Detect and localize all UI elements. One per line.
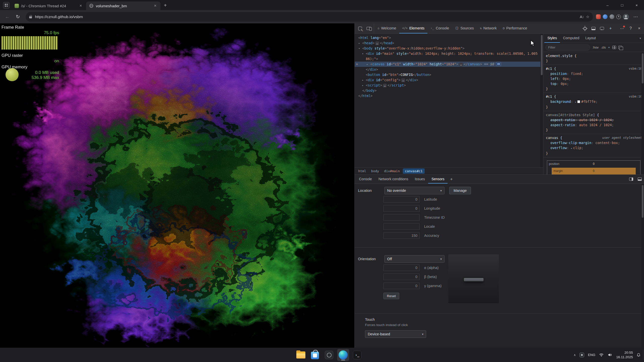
- css-property[interactable]: background: ▸#fbf7fe;: [546, 99, 642, 105]
- styles-tab-styles[interactable]: Styles: [544, 34, 560, 43]
- dom-tree-row[interactable]: 86);">: [355, 56, 543, 62]
- css-property[interactable]: aspect-ratio: auto 1024 / 1024;: [546, 117, 642, 122]
- toggle-class-button[interactable]: .cls: [601, 46, 606, 49]
- drawer-tab-sensors[interactable]: Sensors: [428, 175, 448, 184]
- minimize-button[interactable]: –: [600, 0, 615, 10]
- style-rule[interactable]: vsbm:10#c1 {background: ▸#fbf7fe;}: [543, 93, 644, 111]
- drawer-expand-icon[interactable]: [635, 175, 644, 184]
- css-property[interactable]: overflow: ▸clip;: [546, 145, 642, 151]
- location-select[interactable]: No override ▾: [384, 187, 445, 194]
- workspace-icon[interactable]: [3, 2, 10, 9]
- tab-close-icon[interactable]: ×: [152, 3, 158, 9]
- css-property[interactable]: left: 0px;: [546, 76, 642, 81]
- location-field-input[interactable]: 0: [383, 205, 420, 212]
- tray-app-icon[interactable]: [580, 353, 584, 357]
- address-bar[interactable]: https://cznull.github.io/vsbm A) ☆: [26, 12, 593, 22]
- dom-tree-row[interactable]: <button id="btn">CONFIG</button>: [355, 72, 543, 77]
- breadcrumb-item[interactable]: canvas#c1: [403, 168, 424, 174]
- color-swatch[interactable]: [577, 100, 580, 103]
- styles-filter-input[interactable]: Filter: [545, 44, 590, 51]
- orientation-field-input[interactable]: 0: [383, 283, 420, 289]
- favorites-star-icon[interactable]: ☆: [586, 15, 589, 19]
- manage-button[interactable]: Manage: [449, 187, 471, 194]
- taskbar-start-icon[interactable]: [281, 349, 293, 361]
- orientation-field-input[interactable]: 0: [383, 274, 420, 280]
- drawer-dock-icon[interactable]: [627, 175, 635, 184]
- drawer-tab-console[interactable]: Console: [356, 175, 375, 184]
- devtools-tab-elements[interactable]: </>Elements: [399, 23, 427, 33]
- back-button[interactable]: ←: [3, 12, 12, 22]
- dom-tree-row[interactable]: ▸<div id="config">…</div>: [355, 77, 543, 83]
- clock[interactable]: 20:55 16.11.2025: [616, 350, 633, 359]
- devtools-tab-sources[interactable]: {}Sources: [452, 23, 477, 33]
- style-rule[interactable]: vsbm:18#c1 {position: fixed;left: 0px;to…: [543, 65, 644, 93]
- style-rule-origin[interactable]: vsbm:10: [629, 94, 642, 99]
- tab-close-icon[interactable]: ×: [78, 3, 84, 9]
- style-rule[interactable]: canvas[Attributes Style] {aspect-ratio: …: [543, 111, 644, 134]
- css-property[interactable]: overflow-clip-margin: content-box;: [546, 140, 642, 145]
- adorner-badge-icon[interactable]: [496, 62, 501, 66]
- dom-scrollbar[interactable]: [540, 34, 543, 167]
- browser-menu-icon[interactable]: ⋯: [631, 12, 640, 22]
- profile-avatar[interactable]: [623, 14, 629, 20]
- expand-arrow-icon[interactable]: ▸: [362, 77, 364, 83]
- dom-tree-row[interactable]: ▸<script>…</script>: [355, 83, 543, 88]
- styles-tab-computed[interactable]: Computed: [560, 34, 582, 43]
- browser-tab-1[interactable]: /s/ - Chromium Thread #24 ×: [12, 2, 86, 10]
- taskbar-store-icon[interactable]: [309, 349, 321, 361]
- chevron-down-icon[interactable]: ▾: [636, 34, 644, 43]
- touch-select[interactable]: Device-based ▾: [365, 330, 426, 338]
- taskbar-terminal-icon[interactable]: ›_: [351, 349, 363, 361]
- css-property[interactable]: top: 0px;: [546, 81, 642, 86]
- location-field-input[interactable]: 0: [383, 196, 420, 203]
- taskbar-file-explorer-icon[interactable]: [295, 349, 307, 361]
- tray-chevron-icon[interactable]: ∧: [574, 353, 576, 357]
- wifi-icon[interactable]: [599, 352, 604, 357]
- reset-button[interactable]: Reset: [383, 293, 399, 299]
- taskbar-app-icon[interactable]: [323, 349, 335, 361]
- location-field-input[interactable]: [383, 223, 420, 230]
- expand-arrow-icon[interactable]: ▾: [362, 51, 364, 56]
- taskbar-edge-icon[interactable]: [337, 349, 349, 361]
- notification-icon[interactable]: [637, 353, 640, 357]
- dom-tree-row[interactable]: ▾<body style="overflow-x:hidden;overflow…: [355, 46, 543, 51]
- styles-scrollbar[interactable]: [641, 52, 644, 174]
- devtools-help-icon[interactable]: ?: [626, 23, 635, 33]
- style-rule-origin[interactable]: user agent stylesheet: [602, 135, 642, 140]
- style-rule-origin[interactable]: vsbm:18: [629, 66, 642, 71]
- devtools-tab-welcome[interactable]: ⌂Welcome: [375, 23, 399, 33]
- styles-tab-layout[interactable]: Layout: [582, 34, 599, 43]
- page-viewport[interactable]: Frame Rate 75.0 fps GPU raster on GPU me…: [0, 23, 354, 348]
- dom-tree-row[interactable]: <html lang="en">: [355, 35, 543, 40]
- drawer-tab-issues[interactable]: Issues: [412, 175, 428, 184]
- add-drawer-tab-icon[interactable]: +: [448, 175, 455, 184]
- new-tab-button[interactable]: +: [162, 2, 169, 9]
- extension-gray-icon[interactable]: [610, 14, 614, 19]
- orientation-select[interactable]: Off ▾: [384, 255, 445, 263]
- dom-tree-row[interactable]: </body>: [355, 88, 543, 93]
- devtools-tab-console[interactable]: ›_Console: [427, 23, 452, 33]
- expand-arrow-icon[interactable]: ▸: [367, 62, 368, 67]
- orientation-preview[interactable]: [448, 254, 499, 303]
- extension-red-icon[interactable]: [596, 14, 601, 19]
- css-property[interactable]: aspect-ratio: auto 1024 / 1024;: [546, 122, 642, 127]
- settings-gear-icon[interactable]: [581, 23, 589, 33]
- location-field-input[interactable]: 150: [383, 232, 420, 239]
- css-property[interactable]: position: fixed;: [546, 71, 642, 76]
- dom-tree-row[interactable]: ▾<div id="main" style="width: 1024px; he…: [355, 51, 543, 56]
- window-close-button[interactable]: ×: [629, 0, 644, 10]
- drawer-tab-network-conditions[interactable]: Network conditions: [375, 175, 411, 184]
- device-toolbar-icon[interactable]: [364, 23, 373, 33]
- new-style-rule-button[interactable]: +: [608, 46, 610, 49]
- history-icon[interactable]: [616, 15, 621, 19]
- breadcrumb-item[interactable]: body: [369, 168, 381, 174]
- feedback-icon[interactable]: [598, 23, 606, 33]
- read-aloud-icon[interactable]: A): [580, 15, 584, 19]
- add-panel-icon[interactable]: +: [606, 23, 615, 33]
- copy-styles-icon[interactable]: [618, 46, 622, 49]
- dom-tree-row[interactable]: </div>: [355, 67, 543, 72]
- expand-arrow-icon[interactable]: ▸: [358, 40, 360, 46]
- location-field-input[interactable]: [383, 214, 420, 221]
- breadcrumb-item[interactable]: html: [356, 168, 368, 174]
- devtools-tab-network[interactable]: ⇅Network: [477, 23, 500, 33]
